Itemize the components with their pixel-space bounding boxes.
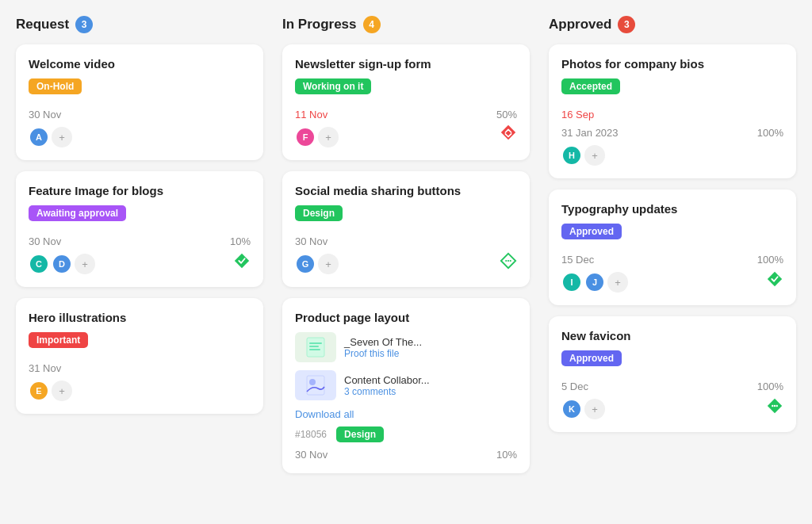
tag-working: Working on it: [295, 78, 371, 94]
date-photos-2: 31 Jan 2023: [561, 127, 619, 139]
diamond-dots-icon[interactable]: [500, 252, 517, 270]
column-inprogress: In Progress 4 Newsletter sign-up form Wo…: [282, 16, 530, 484]
file-item-1: _Seven Of The... Proof this file: [295, 332, 517, 362]
card-title-feature: Feature Image for blogs: [29, 184, 251, 197]
file-info-1: _Seven Of The... Proof this file: [344, 336, 422, 359]
card-photos: Photos for company bios Accepted 16 Sep …: [549, 44, 796, 178]
avatars-hero: E +: [29, 381, 251, 401]
svg-point-3: [505, 260, 507, 262]
bottom-social: G +: [295, 247, 517, 274]
percent-favicon: 100%: [757, 381, 783, 392]
card-meta-favicon: 5 Dec 100%: [561, 381, 783, 392]
svg-rect-9: [309, 349, 320, 350]
card-meta-product: 30 Nov 10%: [295, 449, 517, 461]
date-photos-red: 16 Sep: [561, 109, 594, 120]
column-header-inprogress: In Progress 4: [282, 16, 530, 33]
column-title-inprogress: In Progress: [282, 17, 357, 33]
kanban-board: Request 3 Welcome video On-Hold 30 Nov A…: [16, 16, 796, 484]
tag-design-social: Design: [295, 205, 343, 221]
card-title-photos: Photos for company bios: [561, 57, 783, 71]
card-title-welcome: Welcome video: [29, 57, 251, 71]
card-title-typography: Typography updates: [561, 202, 783, 216]
card-product-layout: Product page layout _Seven Of The... Pro…: [282, 298, 530, 473]
avatar-favicon-1: K: [561, 399, 582, 419]
svg-marker-0: [235, 254, 249, 268]
card-meta-feature: 30 Nov 10%: [29, 235, 251, 247]
bottom-feature: C D +: [29, 247, 251, 274]
add-avatar-welcome[interactable]: +: [52, 127, 72, 147]
card-meta-hero: 31 Nov: [29, 362, 251, 374]
avatar-hero-1: E: [29, 381, 49, 401]
column-title-request: Request: [16, 17, 69, 33]
card-social-media: Social media sharing buttons Design 30 N…: [282, 171, 530, 287]
avatars-typography: I J +: [561, 272, 628, 293]
card-title-hero: Hero illustrations: [29, 311, 251, 324]
add-avatar-feature[interactable]: +: [75, 254, 95, 274]
add-avatar-photos[interactable]: +: [584, 145, 605, 166]
diamond-green-typography-icon[interactable]: [766, 270, 783, 288]
card-meta-welcome: 30 Nov: [29, 109, 251, 120]
percent-product: 10%: [496, 449, 517, 461]
card-hero-illustrations: Hero illustrations Important 31 Nov E +: [16, 298, 263, 414]
column-request: Request 3 Welcome video On-Hold 30 Nov A…: [16, 16, 263, 484]
card-title-social: Social media sharing buttons: [295, 184, 517, 197]
percent-feature: 10%: [230, 235, 251, 247]
download-all-link[interactable]: Download all: [295, 408, 517, 420]
avatars-favicon: K +: [561, 399, 605, 419]
avatar-typography-2: J: [584, 272, 605, 293]
badge-inprogress: 4: [363, 16, 381, 33]
comments-link[interactable]: 3 comments: [344, 386, 430, 397]
svg-rect-10: [307, 376, 324, 395]
tag-design-product: Design: [336, 426, 384, 442]
tag-onhold: On-Hold: [29, 78, 82, 94]
column-header-approved: Approved 3: [549, 16, 796, 33]
card-meta-typography: 15 Dec 100%: [561, 254, 783, 266]
svg-point-16: [776, 405, 778, 407]
bottom-newsletter: F +: [295, 120, 517, 147]
card-newsletter: Newsletter sign-up form Working on it 11…: [282, 44, 530, 160]
add-avatar-favicon[interactable]: +: [584, 399, 605, 419]
date-typography: 15 Dec: [561, 254, 594, 266]
arrows-red-icon[interactable]: [500, 124, 517, 144]
avatar-newsletter-1: F: [295, 127, 316, 147]
svg-marker-12: [768, 272, 782, 286]
add-avatar-social[interactable]: +: [318, 254, 339, 274]
add-avatar-newsletter[interactable]: +: [318, 127, 339, 147]
date-feature: 30 Nov: [29, 235, 61, 247]
avatars-welcome: A +: [29, 127, 251, 147]
file-thumb-2: [295, 370, 336, 400]
proof-link[interactable]: Proof this file: [344, 348, 422, 359]
percent-typography: 100%: [757, 254, 783, 266]
card-typography: Typography updates Approved 15 Dec 100% …: [549, 189, 796, 305]
add-avatar-hero[interactable]: +: [52, 381, 72, 401]
tag-approved-typography: Approved: [561, 224, 622, 239]
avatar-feature-2: D: [52, 254, 72, 274]
date-welcome: 30 Nov: [29, 109, 61, 120]
file-name-1: _Seven Of The...: [344, 336, 422, 348]
date-newsletter: 11 Nov: [295, 109, 327, 120]
avatar-typography-1: I: [561, 272, 582, 293]
date-social: 30 Nov: [295, 235, 327, 247]
svg-point-4: [508, 260, 509, 262]
avatars-social: G +: [295, 254, 339, 274]
avatar-1: A: [29, 127, 49, 147]
card-title-newsletter: Newsletter sign-up form: [295, 57, 517, 71]
avatar-photos-1: H: [561, 145, 582, 166]
card-title-favicon: New favicon: [561, 329, 783, 342]
card-favicon: New favicon Approved 5 Dec 100% K +: [549, 316, 796, 432]
diamond-green-icon[interactable]: [233, 252, 251, 270]
badge-approved: 3: [618, 16, 635, 33]
svg-point-5: [510, 260, 511, 262]
avatar-social-1: G: [295, 254, 316, 274]
add-avatar-typography[interactable]: +: [607, 272, 628, 293]
svg-marker-1: [501, 125, 515, 140]
file-thumb-1: [295, 332, 336, 362]
card-id-product: #18056: [295, 429, 327, 440]
card-title-product: Product page layout: [295, 311, 517, 324]
card-meta-photos-1: 16 Sep: [561, 109, 783, 120]
diamond-dots-favicon-icon[interactable]: [766, 397, 783, 415]
avatars-newsletter: F +: [295, 127, 339, 147]
bottom-typography: I J +: [561, 266, 783, 293]
tag-awaiting: Awaiting approval: [29, 205, 126, 221]
column-approved: Approved 3 Photos for company bios Accep…: [549, 16, 796, 484]
